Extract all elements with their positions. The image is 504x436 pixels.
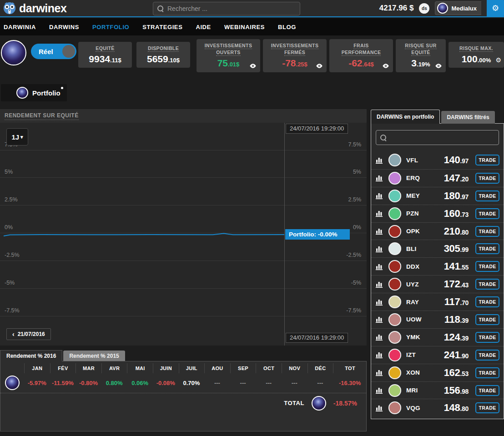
trade-button[interactable]: TRADE: [475, 261, 499, 272]
trade-button[interactable]: TRADE: [475, 402, 499, 413]
darwins-panel: DARWINS en portfolio DARWINS filtrés VFL…: [371, 109, 504, 419]
month-value: -0.08%: [153, 380, 179, 386]
user-menu[interactable]: Medialux: [435, 1, 481, 15]
darwin-ticker: VFL: [406, 157, 432, 164]
darwin-list-item-pzn[interactable]: PZN 160.73 TRADE: [371, 205, 504, 222]
darwin-list-item-opk[interactable]: OPK 210.80 TRADE: [371, 222, 504, 240]
darwin-color-icon: [388, 242, 401, 255]
trade-button[interactable]: TRADE: [475, 173, 499, 184]
notification-dot: [61, 87, 63, 89]
darwin-quote: 172.43: [432, 278, 475, 290]
gear-icon[interactable]: ⚙: [495, 56, 501, 64]
darwin-list-item-xon[interactable]: XON 162.53 TRADE: [371, 364, 504, 381]
portfolio-tab[interactable]: Portfolio: [1, 84, 67, 101]
bar-chart-icon[interactable]: [376, 175, 383, 181]
darwin-color-icon: [388, 207, 401, 220]
bar-chart-icon[interactable]: [376, 228, 383, 235]
darwin-list-item-mey[interactable]: MEY 180.97 TRADE: [371, 187, 504, 205]
tab-rendement-2016[interactable]: Rendement % 2016: [0, 350, 62, 361]
darwin-quote: 156.98: [432, 385, 475, 396]
bar-chart-icon[interactable]: [376, 157, 383, 164]
darwin-list-item-vfl[interactable]: VFL 140.97 TRADE: [371, 151, 504, 169]
darwins-search[interactable]: [376, 130, 499, 145]
ds-badge-icon[interactable]: ds: [419, 3, 429, 14]
darwin-list-item-bli[interactable]: BLI 305.99 TRADE: [371, 240, 504, 257]
bar-chart-icon[interactable]: [376, 281, 383, 288]
darwin-list-item-ddx[interactable]: DDX 141.55 TRADE: [371, 257, 504, 275]
darwin-list-item-uyz[interactable]: UYZ 172.43 TRADE: [371, 275, 504, 293]
nav-item-webinaires[interactable]: WEBINAIRES: [224, 24, 265, 30]
portfolio-avatar[interactable]: [1, 40, 26, 65]
month-value: 0.06%: [127, 380, 153, 386]
bar-chart-icon[interactable]: [376, 405, 383, 411]
darwins-search-input[interactable]: [390, 134, 494, 141]
trade-button[interactable]: TRADE: [475, 314, 499, 325]
darwin-list-item-mri[interactable]: MRI 156.98 TRADE: [371, 381, 504, 399]
real-demo-toggle[interactable]: Réel: [31, 44, 76, 59]
eye-icon[interactable]: [382, 63, 389, 69]
darwin-list-item-erq[interactable]: ERQ 147.20 TRADE: [371, 169, 504, 187]
global-search[interactable]: [153, 2, 300, 15]
darwin-list-item-uow[interactable]: UOW 118.39 TRADE: [371, 311, 504, 328]
chart-plot-area[interactable]: 7.5%7.5%5%5%2.5%2.5%0%0%-2.5%-2.5%-5%-5%…: [0, 123, 367, 346]
period-dropdown[interactable]: 1J ▾: [6, 128, 28, 145]
eye-icon[interactable]: [316, 63, 323, 69]
tab-darwins-portfolio[interactable]: DARWINS en portfolio: [371, 110, 440, 124]
tab-darwins-filtres[interactable]: DARWINS filtrés: [441, 111, 494, 124]
nav-item-portfolio[interactable]: PORTFOLIO: [92, 24, 129, 30]
trade-button[interactable]: TRADE: [475, 296, 499, 307]
eye-icon[interactable]: [435, 63, 442, 69]
bar-chart-icon[interactable]: [376, 316, 383, 323]
stat-card: DISPONIBLE 5659.10$: [136, 42, 190, 68]
tab-rendement-2015[interactable]: Rendement % 2015: [63, 351, 125, 361]
search-icon: [157, 5, 164, 12]
bar-chart-icon[interactable]: [376, 192, 383, 199]
darwin-color-icon: [388, 384, 401, 397]
eye-icon[interactable]: [249, 63, 257, 69]
darwin-list-item-ymk[interactable]: YMK 124.39 TRADE: [371, 328, 504, 346]
nav-item-aide[interactable]: AIDE: [196, 24, 211, 30]
bar-chart-icon[interactable]: [376, 210, 383, 217]
nav-item-strategies[interactable]: STRATEGIES: [142, 24, 182, 30]
table-value-row: -5.97%-11.59%-0.80%0.80%0.06%-0.08%0.70%…: [0, 374, 366, 391]
trade-button[interactable]: TRADE: [475, 243, 499, 254]
brand-logo[interactable]: darwinex: [0, 1, 66, 15]
darwin-list-item-vqg[interactable]: VQG 148.80 TRADE: [371, 399, 504, 416]
portfolio-value-flag: Portfolio: -0.00%: [285, 229, 350, 240]
trade-button[interactable]: TRADE: [475, 350, 499, 361]
bar-chart-icon[interactable]: [376, 334, 383, 341]
nav-item-blog[interactable]: BLOG: [278, 24, 296, 30]
nav-item-darwins[interactable]: DARWINS: [49, 24, 79, 30]
darwin-list-item-ray[interactable]: RAY 117.70 TRADE: [371, 293, 504, 311]
search-input[interactable]: [167, 5, 296, 12]
bar-chart-icon[interactable]: [376, 299, 383, 306]
trade-button[interactable]: TRADE: [475, 155, 499, 165]
darwin-ticker: IZT: [406, 351, 432, 358]
trade-button[interactable]: TRADE: [475, 367, 499, 378]
bar-chart-icon[interactable]: [376, 369, 383, 376]
settings-button[interactable]: ⚙: [487, 0, 504, 17]
trade-button[interactable]: TRADE: [475, 208, 499, 219]
portfolio-tab-avatar: [16, 87, 28, 99]
darwin-color-icon: [388, 260, 401, 273]
previous-date-button[interactable]: ‹ 21/07/2016: [6, 328, 51, 340]
trade-button[interactable]: TRADE: [475, 190, 499, 201]
trade-button[interactable]: TRADE: [475, 385, 499, 396]
trade-button[interactable]: TRADE: [475, 332, 499, 343]
stat-label: RISQUE MAX.: [453, 45, 499, 52]
darwin-list-item-izt[interactable]: IZT 241.90 TRADE: [371, 346, 504, 364]
bar-chart-icon[interactable]: [376, 387, 383, 394]
trade-button[interactable]: TRADE: [475, 279, 499, 290]
stat-label: FRAISPERFORMANCE: [334, 42, 388, 56]
nav-item-darwinia[interactable]: DARWINIA: [4, 24, 36, 30]
bar-chart-icon[interactable]: [376, 351, 383, 358]
stat-value: 100.00%: [453, 54, 499, 64]
month-value: 0.70%: [179, 380, 205, 386]
bar-chart-icon[interactable]: [376, 263, 383, 270]
bar-chart-icon[interactable]: [376, 246, 383, 252]
darwin-color-icon: [388, 154, 401, 166]
stat-label: INVESTISSEMENTSFERMÉS: [267, 42, 322, 56]
darwin-color-icon: [388, 190, 401, 202]
darwin-quote: 210.80: [432, 226, 475, 237]
trade-button[interactable]: TRADE: [475, 226, 499, 237]
